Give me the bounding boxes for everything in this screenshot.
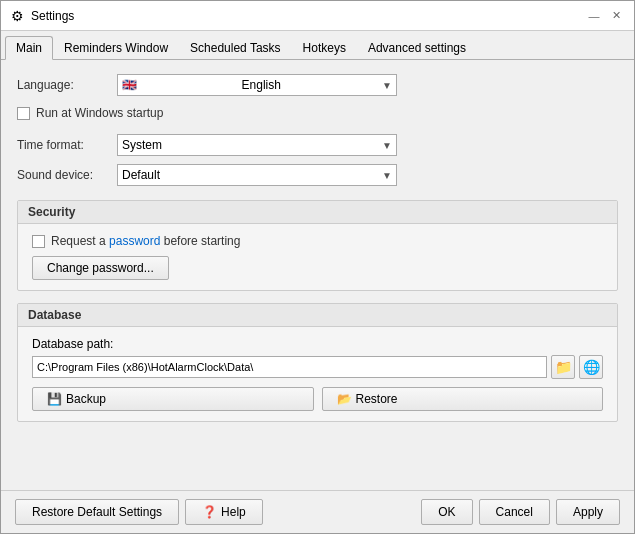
- sound-device-value: Default: [122, 168, 160, 182]
- footer-left: Restore Default Settings ❓ Help: [15, 499, 263, 525]
- app-icon: ⚙: [9, 8, 25, 24]
- language-row: Language: 🇬🇧 English ▼: [17, 74, 618, 96]
- refresh-button[interactable]: 🌐: [579, 355, 603, 379]
- path-label: Database path:: [32, 337, 603, 351]
- tab-main[interactable]: Main: [5, 36, 53, 60]
- restore-button[interactable]: 📂 Restore: [322, 387, 604, 411]
- close-button[interactable]: ✕: [606, 6, 626, 26]
- settings-window: ⚙ Settings — ✕ Main Reminders Window Sch…: [0, 0, 635, 534]
- language-flag: 🇬🇧: [122, 78, 140, 92]
- title-bar-left: ⚙ Settings: [9, 8, 74, 24]
- database-path-row: 📁 🌐: [32, 355, 603, 379]
- restore-icon: 📂: [337, 392, 352, 406]
- database-path-input[interactable]: [32, 356, 547, 378]
- help-button[interactable]: ❓ Help: [185, 499, 263, 525]
- backup-button[interactable]: 💾 Backup: [32, 387, 314, 411]
- language-label: Language:: [17, 78, 117, 92]
- browse-folder-button[interactable]: 📁: [551, 355, 575, 379]
- tab-hotkeys[interactable]: Hotkeys: [292, 36, 357, 60]
- window-title: Settings: [31, 9, 74, 23]
- security-body: Request a password before starting Chang…: [18, 224, 617, 290]
- backup-icon: 💾: [47, 392, 62, 406]
- password-link[interactable]: password: [109, 234, 160, 248]
- language-select[interactable]: 🇬🇧 English ▼: [117, 74, 397, 96]
- password-checkbox[interactable]: [32, 235, 45, 248]
- security-panel: Security Request a password before start…: [17, 200, 618, 291]
- time-format-row: Time format: System ▼: [17, 134, 618, 156]
- language-dropdown-arrow: ▼: [382, 80, 392, 91]
- password-label: Request a password before starting: [51, 234, 240, 248]
- sound-device-select[interactable]: Default ▼: [117, 164, 397, 186]
- time-format-select[interactable]: System ▼: [117, 134, 397, 156]
- folder-icon: 📁: [555, 359, 572, 375]
- tab-scheduled[interactable]: Scheduled Tasks: [179, 36, 292, 60]
- change-password-button[interactable]: Change password...: [32, 256, 169, 280]
- database-header: Database: [18, 304, 617, 327]
- title-bar: ⚙ Settings — ✕: [1, 1, 634, 31]
- ok-button[interactable]: OK: [421, 499, 472, 525]
- startup-label: Run at Windows startup: [36, 106, 163, 120]
- apply-button[interactable]: Apply: [556, 499, 620, 525]
- password-row: Request a password before starting: [32, 234, 603, 248]
- main-content: Language: 🇬🇧 English ▼ Run at Windows st…: [1, 60, 634, 490]
- startup-row: Run at Windows startup: [17, 106, 618, 120]
- database-buttons: 💾 Backup 📂 Restore: [32, 387, 603, 411]
- time-format-label: Time format:: [17, 138, 117, 152]
- footer: Restore Default Settings ❓ Help OK Cance…: [1, 490, 634, 533]
- refresh-icon: 🌐: [583, 359, 600, 375]
- cancel-button[interactable]: Cancel: [479, 499, 550, 525]
- minimize-button[interactable]: —: [584, 6, 604, 26]
- security-header: Security: [18, 201, 617, 224]
- database-panel: Database Database path: 📁 🌐 💾 Backup: [17, 303, 618, 422]
- title-controls: — ✕: [584, 6, 626, 26]
- tab-bar: Main Reminders Window Scheduled Tasks Ho…: [1, 31, 634, 60]
- restore-defaults-button[interactable]: Restore Default Settings: [15, 499, 179, 525]
- time-format-dropdown-arrow: ▼: [382, 140, 392, 151]
- sound-device-dropdown-arrow: ▼: [382, 170, 392, 181]
- language-value: English: [242, 78, 281, 92]
- sound-device-row: Sound device: Default ▼: [17, 164, 618, 186]
- tab-advanced[interactable]: Advanced settings: [357, 36, 477, 60]
- sound-device-label: Sound device:: [17, 168, 117, 182]
- footer-right: OK Cancel Apply: [421, 499, 620, 525]
- help-icon: ❓: [202, 505, 217, 519]
- time-format-value: System: [122, 138, 162, 152]
- database-body: Database path: 📁 🌐 💾 Backup: [18, 327, 617, 421]
- startup-checkbox[interactable]: [17, 107, 30, 120]
- tab-reminders[interactable]: Reminders Window: [53, 36, 179, 60]
